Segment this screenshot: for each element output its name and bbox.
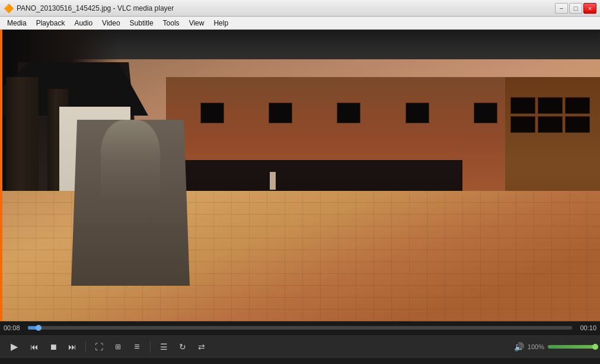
scene-right-windows xyxy=(508,95,597,135)
video-scene xyxy=(0,30,600,321)
volume-icon[interactable]: 🔊 xyxy=(514,342,524,352)
next-button[interactable]: ⏭ xyxy=(64,340,81,354)
volume-label: 100% xyxy=(528,343,544,350)
volume-fill xyxy=(548,345,595,349)
video-display xyxy=(0,30,600,321)
right-window-4 xyxy=(510,116,535,133)
window-4 xyxy=(406,103,429,123)
time-total: 00:10 xyxy=(576,324,596,331)
seek-bar[interactable] xyxy=(28,326,572,330)
separator-1 xyxy=(85,341,86,353)
separator-2 xyxy=(150,341,151,353)
menu-playback[interactable]: Playback xyxy=(31,18,70,28)
right-window-6 xyxy=(565,116,590,133)
right-window-2 xyxy=(538,97,563,114)
title-bar: 🔶 PANO_20130516_145425.jpg - VLC media p… xyxy=(0,0,600,17)
window-title: PANO_20130516_145425.jpg - VLC media pla… xyxy=(17,4,555,12)
volume-handle[interactable] xyxy=(592,344,598,350)
seekbar-handle[interactable] xyxy=(36,325,42,331)
loop-button[interactable]: ↻ xyxy=(174,340,191,354)
minimize-button[interactable]: − xyxy=(555,3,568,14)
window-1 xyxy=(200,103,224,123)
scene-person xyxy=(270,172,276,190)
right-window-1 xyxy=(510,97,535,114)
time-current: 00:08 xyxy=(4,324,24,331)
window-controls: − □ × xyxy=(555,3,596,14)
controls-bar: ▶ ⏮ ⏹ ⏭ ⛶ ⊞ ≡ ☰ ↻ ⇄ 🔊 100% xyxy=(0,334,600,358)
window-5 xyxy=(474,103,497,123)
scene-statue xyxy=(101,120,160,203)
vlc-side-indicator xyxy=(0,30,2,321)
close-button[interactable]: × xyxy=(583,3,596,14)
prev-button[interactable]: ⏮ xyxy=(26,340,43,354)
app-icon: 🔶 xyxy=(4,4,13,13)
eq-button[interactable]: ≡ xyxy=(129,340,145,354)
window-3 xyxy=(337,103,360,123)
menu-help[interactable]: Help xyxy=(209,18,233,28)
menu-video[interactable]: Video xyxy=(97,18,125,28)
menu-view[interactable]: View xyxy=(184,18,209,28)
playlist-button[interactable]: ☰ xyxy=(155,340,172,354)
maximize-button[interactable]: □ xyxy=(569,3,582,14)
stop-button[interactable]: ⏹ xyxy=(45,340,62,354)
menu-tools[interactable]: Tools xyxy=(158,18,184,28)
seekbar-area: 00:08 00:10 xyxy=(0,321,600,334)
window-2 xyxy=(269,103,292,123)
menu-audio[interactable]: Audio xyxy=(69,18,97,28)
right-window-3 xyxy=(565,97,590,114)
menu-bar: Media Playback Audio Video Subtitle Tool… xyxy=(0,17,600,30)
menu-subtitle[interactable]: Subtitle xyxy=(125,18,158,28)
volume-area: 🔊 100% xyxy=(514,342,595,352)
extended-settings-button[interactable]: ⊞ xyxy=(110,340,126,354)
fullscreen-button[interactable]: ⛶ xyxy=(91,340,107,354)
menu-media[interactable]: Media xyxy=(2,18,31,28)
right-window-5 xyxy=(538,116,563,133)
volume-slider[interactable] xyxy=(548,345,595,349)
play-button[interactable]: ▶ xyxy=(5,339,24,355)
random-button[interactable]: ⇄ xyxy=(193,340,210,354)
